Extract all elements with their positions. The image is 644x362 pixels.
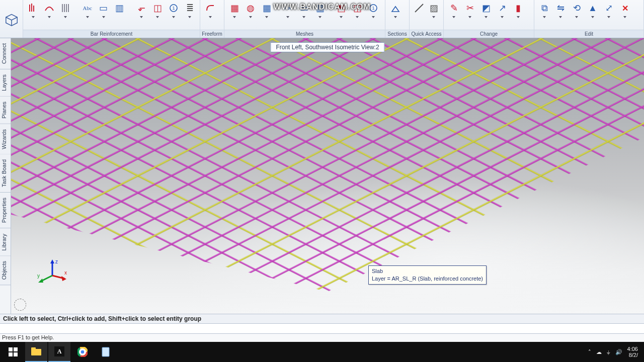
tray-cloud-icon[interactable]: ☁ [596,349,602,355]
tool-bars-2[interactable] [42,2,56,26]
taskbar-file-explorer[interactable] [25,342,47,362]
sidetab-task-board[interactable]: Task Board [0,154,11,193]
group-change: ✎ ✂ ◩ ↗ ▮ Change [444,0,534,38]
view-label: Front Left, Southwest Isometric View:2 [270,42,384,52]
ribbon-groups: Abc ▭ ▥ ⬐ ◫ 1 ≣ Bar Reinforcement Freefo… [23,0,644,38]
tool-bars-3[interactable] [58,2,72,26]
tool-mesh-a[interactable]: ⬒ [334,2,348,26]
group-meshes: ▦ ◍ ▦ Abc ▭ ▥ ⬒ ◫ 1 Meshes [224,0,385,38]
svg-text:z: z [55,259,58,264]
ribbon: Abc ▭ ▥ ⬐ ◫ 1 ≣ Bar Reinforcement Freefo… [0,0,644,38]
group-label: Quick Access [410,30,443,38]
tool-change-2[interactable]: ✂ [463,2,477,26]
tool-quick-hatch[interactable]: ▨ [428,2,441,26]
tray-volume-icon[interactable]: 🔊 [615,349,622,355]
tool-stirrup[interactable]: ◫ [150,2,165,26]
sidetab-library[interactable]: Library [0,229,11,256]
tool-section[interactable] [388,2,403,26]
svg-rect-24 [102,347,109,356]
taskbar-notepad[interactable] [95,342,117,362]
tool-mesh-mark[interactable]: 1 [366,2,380,26]
tool-bar-extra[interactable]: ≣ [183,2,197,26]
tool-change-3[interactable]: ◩ [479,2,493,26]
tool-mesh-dim2[interactable]: ▥ [313,2,327,26]
tooltip-layer: Layer = AR_SL_R (Slab, reinforced concre… [372,275,483,283]
help-bar: Press F1 to get Help. [0,334,644,342]
svg-text:1: 1 [372,6,374,11]
tray-date: 8/2/ [627,352,638,358]
group-freeform: Freeform [200,0,224,38]
tray-clock[interactable]: 4:06 8/2/ [627,346,638,358]
tool-bent-bar[interactable]: ⬐ [134,2,148,26]
side-tab-strip: Connect Layers Planes Wizards Task Board… [0,38,11,314]
group-quick-access: ▨ Quick Access [410,0,444,38]
tool-mesh-abc[interactable]: Abc [281,2,295,26]
selection-hint-bar: Click left to select, Ctrl+click to add,… [0,314,644,324]
taskbar-chrome[interactable] [71,342,94,362]
tool-mesh-b[interactable]: ◫ [350,2,364,26]
tray-chevron-up-icon[interactable]: ˄ [588,349,591,355]
tool-change-1[interactable]: ✎ [447,2,461,26]
tool-change-4[interactable]: ↗ [495,2,509,26]
tool-copy[interactable]: ⧉ [537,2,551,26]
axis-triad: z y x [36,258,68,284]
tool-mesh-2[interactable]: ◍ [244,2,258,26]
svg-rect-14 [14,347,18,351]
tool-change-5[interactable]: ▮ [511,2,525,26]
svg-marker-5 [50,259,54,263]
sidetab-properties[interactable]: Properties [0,193,11,228]
group-label: Sections [385,30,409,38]
svg-rect-16 [14,352,18,356]
svg-marker-8 [38,279,43,283]
nav-sphere-icon[interactable] [14,299,26,311]
sidetab-wizards[interactable]: Wizards [0,124,11,155]
sidetab-objects[interactable]: Objects [0,256,11,285]
tool-mark[interactable]: 1 [167,2,181,26]
tool-mesh-1[interactable]: ▦ [227,2,242,26]
svg-rect-18 [31,347,36,350]
group-sections: Sections [385,0,410,38]
system-tray: ˄ ☁ ⏚ 🔊 4:06 8/2/ [588,346,642,358]
hover-tooltip: Slab Layer = AR_SL_R (Slab, reinforced c… [368,265,487,285]
group-label: Change [444,30,534,38]
group-label: Freeform [200,30,224,38]
tray-time: 4:06 [627,346,638,352]
svg-text:1: 1 [173,6,175,11]
tool-label-abc[interactable]: Abc [80,2,95,26]
start-button[interactable] [2,342,24,362]
svg-text:x: x [64,270,67,276]
svg-marker-11 [61,276,66,281]
tool-dim-2[interactable]: ▥ [113,2,127,26]
tray-wifi-icon[interactable]: ⏚ [607,349,610,355]
sidetab-layers[interactable]: Layers [0,69,11,97]
tool-stretch[interactable]: ⤢ [602,2,616,26]
command-input-bar[interactable] [0,324,644,334]
taskbar-app-allplan[interactable]: A [48,342,70,362]
sidetab-planes[interactable]: Planes [0,97,11,124]
group-edit: ⧉ ⇋ ⟲ ▲ ⤢ ✕ Edit [534,0,644,38]
group-label: Meshes [224,30,385,38]
group-label: Bar Reinforcement [23,30,200,38]
sidetab-connect[interactable]: Connect [0,38,11,69]
tool-flip[interactable]: ▲ [586,2,600,26]
group-bar-reinforcement: Abc ▭ ▥ ⬐ ◫ 1 ≣ Bar Reinforcement [23,0,200,38]
tool-mesh-3[interactable]: ▦ [260,2,274,26]
tool-delete[interactable]: ✕ [618,2,632,26]
tool-dim-1[interactable]: ▭ [97,2,111,26]
selection-hint-text: Click left to select, Ctrl+click to add,… [3,315,201,322]
svg-rect-15 [9,352,13,356]
tool-quick-line[interactable] [413,2,426,26]
tool-mesh-dim1[interactable]: ▭ [297,2,311,26]
svg-point-23 [80,350,85,354]
viewport[interactable]: Front Left, Southwest Isometric View:2 S… [11,38,644,314]
tool-bars-1[interactable] [26,2,40,26]
tool-freeform[interactable] [203,2,217,26]
svg-rect-13 [9,347,13,351]
app-menu-button[interactable] [0,0,23,38]
svg-text:y: y [37,273,40,279]
tool-rotate[interactable]: ⟲ [570,2,584,26]
group-label: Edit [534,30,643,38]
windows-taskbar: A ˄ ☁ ⏚ 🔊 4:06 8/2/ [0,342,644,362]
tool-mirror[interactable]: ⇋ [553,2,568,26]
help-text: Press F1 to get Help. [2,334,54,340]
